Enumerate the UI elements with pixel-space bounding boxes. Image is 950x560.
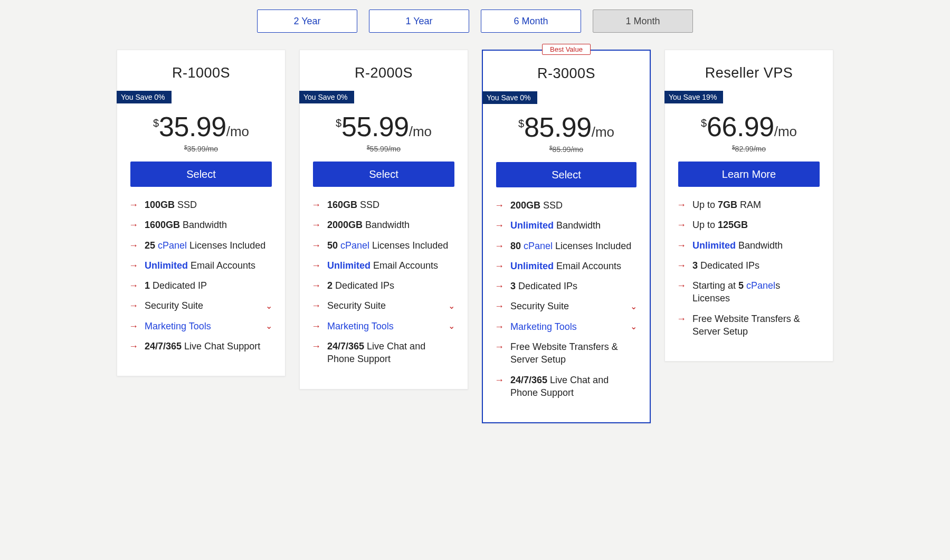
arrow-right-icon: → [677,259,686,272]
feature-item: →Up to 7GB RAM [677,198,820,211]
tab-2-year[interactable]: 2 Year [257,10,357,33]
price: $55.99/mo [300,111,468,143]
price: $35.99/mo [117,111,285,143]
save-strip: You Save 0% [482,91,537,104]
plan-card-r-1000s: R-1000SYou Save 0%$35.99/mo$35.99/moSele… [117,50,286,376]
tab-1-year[interactable]: 1 Year [369,10,469,33]
plan-title: R-2000S [300,65,468,81]
price-old: $82.99/mo [665,145,833,153]
chevron-down-icon[interactable]: ⌄ [448,300,455,312]
arrow-right-icon: → [311,198,321,211]
feature-text: Unlimited Bandwidth [692,239,820,252]
feature-text: 160GB SSD [327,198,455,211]
feature-text: 1600GB Bandwidth [145,219,272,231]
arrow-right-icon: → [129,219,138,231]
price-old: $55.99/mo [300,145,468,153]
arrow-right-icon: → [495,320,504,333]
arrow-right-icon: → [495,374,504,386]
chevron-down-icon[interactable]: ⌄ [265,320,272,332]
tab-6-month[interactable]: 6 Month [481,10,581,33]
price: $85.99/mo [483,111,650,143]
arrow-right-icon: → [677,279,686,292]
feature-text: 24/7/365 Live Chat and Phone Support [327,340,455,366]
feature-text: Marketing Tools [145,320,259,333]
feature-item: →Unlimited Email Accounts [495,260,637,272]
plan-card-r-3000s: Best ValueR-3000SYou Save 0%$85.99/mo$85… [482,50,651,423]
feature-item[interactable]: →Security Suite⌄ [311,299,455,312]
feature-text: 2 Dedicated IPs [327,279,455,292]
feature-item: →80 cPanel Licenses Included [495,240,637,252]
feature-text: 200GB SSD [510,199,637,212]
chevron-down-icon[interactable]: ⌄ [448,320,455,332]
price-old: $85.99/mo [483,145,650,154]
feature-text: Unlimited Bandwidth [510,219,637,232]
price-amount: 66.99 [707,111,774,142]
feature-item: →200GB SSD [495,199,637,212]
chevron-down-icon[interactable]: ⌄ [265,300,272,312]
arrow-right-icon: → [311,279,321,292]
feature-text: 100GB SSD [145,198,272,211]
feature-list: →160GB SSD→2000GB Bandwidth→50 cPanel Li… [300,198,468,366]
feature-item[interactable]: →Security Suite⌄ [495,300,637,312]
plan-title: R-3000S [483,65,650,82]
arrow-right-icon: → [311,320,321,333]
feature-item: →3 Dedicated IPs [495,280,637,292]
feature-text: Unlimited Email Accounts [327,259,455,272]
feature-text: Starting at 5 cPanels Licenses [692,279,820,305]
feature-text: Up to 125GB [692,219,820,231]
feature-item[interactable]: →Marketing Tools⌄ [495,320,637,333]
arrow-right-icon: → [495,260,504,272]
feature-text: Unlimited Email Accounts [145,259,272,272]
chevron-down-icon[interactable]: ⌄ [630,301,637,312]
arrow-right-icon: → [495,219,504,232]
feature-item: →Unlimited Email Accounts [311,259,455,272]
select-button[interactable]: Select [496,162,636,187]
select-button[interactable]: Select [313,162,454,187]
feature-item[interactable]: →Marketing Tools⌄ [311,320,455,333]
chevron-down-icon[interactable]: ⌄ [630,321,637,333]
learn-more-button[interactable]: Learn More [678,162,819,187]
feature-text: Free Website Transfers & Server Setup [510,340,637,366]
feature-item: →100GB SSD [129,198,272,211]
price-unit: /mo [226,124,249,139]
feature-text: 2000GB Bandwidth [327,219,455,231]
feature-item: →25 cPanel Licenses Included [129,239,272,252]
arrow-right-icon: → [129,320,138,333]
price-unit: /mo [592,124,614,140]
arrow-right-icon: → [311,299,321,312]
select-button[interactable]: Select [130,162,271,187]
feature-item[interactable]: →Marketing Tools⌄ [129,320,272,333]
arrow-right-icon: → [677,198,686,211]
feature-text: 3 Dedicated IPs [510,280,637,292]
arrow-right-icon: → [311,340,321,353]
feature-item: →160GB SSD [311,198,455,211]
price-amount: 85.99 [524,112,592,143]
plan-cards: R-1000SYou Save 0%$35.99/mo$35.99/moSele… [13,50,937,423]
tab-1-month[interactable]: 1 Month [593,10,693,33]
price-unit: /mo [409,124,432,139]
feature-item: →2000GB Bandwidth [311,219,455,231]
feature-text: 25 cPanel Licenses Included [145,239,272,252]
arrow-right-icon: → [495,340,504,353]
arrow-right-icon: → [129,299,138,312]
feature-list: →200GB SSD→Unlimited Bandwidth→80 cPanel… [483,199,650,399]
arrow-right-icon: → [311,219,321,231]
feature-text: 3 Dedicated IPs [692,259,820,272]
feature-text: 1 Dedicated IP [145,279,272,292]
arrow-right-icon: → [311,259,321,272]
feature-item[interactable]: →Security Suite⌄ [129,299,272,312]
price-old: $35.99/mo [117,145,285,153]
feature-text: 24/7/365 Live Chat and Phone Support [510,374,637,400]
arrow-right-icon: → [129,239,138,252]
feature-list: →100GB SSD→1600GB Bandwidth→25 cPanel Li… [117,198,285,353]
feature-item: →3 Dedicated IPs [677,259,820,272]
price-unit: /mo [774,124,797,139]
arrow-right-icon: → [677,312,686,325]
feature-text: 50 cPanel Licenses Included [327,239,455,252]
save-strip: You Save 19% [664,91,723,103]
feature-text: Free Website Transfers & Server Setup [692,312,820,338]
arrow-right-icon: → [129,340,138,353]
feature-item: →2 Dedicated IPs [311,279,455,292]
feature-text: Security Suite [327,299,442,312]
price-amount: 55.99 [341,111,409,142]
